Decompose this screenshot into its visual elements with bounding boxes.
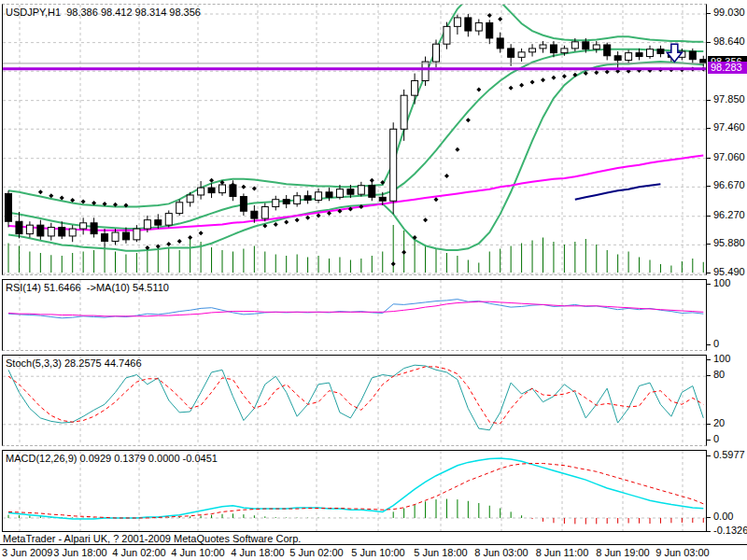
macd-axis-label: 0.00 xyxy=(713,511,733,522)
axis-tick xyxy=(707,100,711,101)
axis-tick xyxy=(707,440,711,441)
axis-tick xyxy=(707,13,711,14)
price-axis-label: 98.640 xyxy=(713,35,745,47)
stoch-axis-label: 100 xyxy=(713,353,730,364)
axis-tick xyxy=(707,517,711,518)
axis-tick xyxy=(707,375,711,376)
horizontal-line-price-tag: 98.283 xyxy=(708,62,747,74)
price-axis-label: 99.030 xyxy=(713,7,745,18)
down-arrow-object[interactable] xyxy=(667,44,682,62)
time-axis[interactable]: 3 Jun 20093 Jun 18:004 Jun 02:004 Jun 10… xyxy=(0,546,747,560)
macd-axis-label: -0.1326 xyxy=(713,525,747,536)
symbol-timeframe-ohlc-label: USDJPY,H1 98.386 98.412 98.314 98.356 xyxy=(6,7,201,18)
price-axis-label: 97.060 xyxy=(713,151,745,162)
axis-tick xyxy=(707,244,711,245)
axis-tick xyxy=(707,424,711,425)
axis-tick xyxy=(707,455,711,456)
stoch-axis-label: 20 xyxy=(713,417,725,428)
stochastic-panel[interactable]: Stoch(5,3,3) 28.2575 44.7466 xyxy=(2,355,707,446)
stoch-axis-label: 0 xyxy=(713,433,719,444)
rsi-panel[interactable]: RSI(14) 51.6466 ->MA(10) 54.5110 xyxy=(2,279,707,351)
price-axis-label: 96.670 xyxy=(713,179,745,190)
macd-axis-label: 0.5977 xyxy=(713,449,745,460)
price-axis-label: 95.490 xyxy=(713,266,745,277)
time-label: 9 Jun 03:00 xyxy=(641,547,725,558)
axis-tick xyxy=(707,158,711,159)
stoch-axis-label: 80 xyxy=(713,369,725,380)
axis-tick xyxy=(707,284,711,285)
main-chart-panel[interactable]: USDJPY,H1 98.386 98.412 98.314 98.356 xyxy=(2,4,707,275)
main-chart-canvas[interactable] xyxy=(3,5,706,274)
rsi-indicator-label: RSI(14) 51.6466 ->MA(10) 54.5110 xyxy=(6,282,169,293)
axis-tick xyxy=(707,273,711,273)
axis-tick xyxy=(707,186,711,187)
axis-tick xyxy=(707,344,711,345)
price-axis-label: 97.850 xyxy=(713,93,745,105)
status-text: MetaTrader - Alpari UK, ? 2001-2009 Meta… xyxy=(3,533,301,544)
axis-tick xyxy=(707,128,711,129)
stochastic-canvas[interactable] xyxy=(3,356,706,445)
price-axis-label: 97.460 xyxy=(713,121,745,133)
status-bar: MetaTrader - Alpari UK, ? 2001-2009 Meta… xyxy=(0,533,747,545)
macd-indicator-label: MACD(12,26,9) 0.0929 0.1379 0.0000 -0.04… xyxy=(6,453,218,464)
macd-panel[interactable]: MACD(12,26,9) 0.0929 0.1379 0.0000 -0.04… xyxy=(2,450,707,532)
rsi-axis-label: 100 xyxy=(713,277,730,288)
price-axis-label: 95.880 xyxy=(713,237,745,248)
axis-tick xyxy=(707,42,711,43)
axis-tick xyxy=(707,216,711,217)
rsi-axis-label: 0 xyxy=(713,338,719,349)
stochastic-indicator-label: Stoch(5,3,3) 28.2575 44.7466 xyxy=(6,357,142,369)
price-axis-label: 96.270 xyxy=(713,209,745,220)
price-axis[interactable]: 98.356 98.283 99.03098.64097.85097.46097… xyxy=(707,0,747,532)
metatrader-chart-window: USDJPY,H1 98.386 98.412 98.314 98.356 RS… xyxy=(0,0,747,560)
axis-tick xyxy=(707,531,711,532)
axis-tick xyxy=(707,359,711,360)
